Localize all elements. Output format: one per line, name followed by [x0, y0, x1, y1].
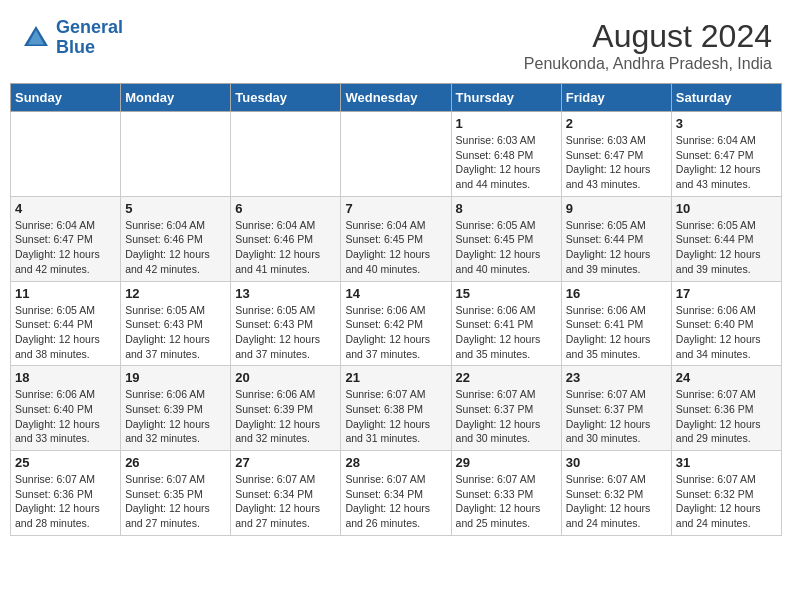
day-number: 1 — [456, 116, 557, 131]
calendar-cell — [121, 112, 231, 197]
calendar-cell: 12Sunrise: 6:05 AM Sunset: 6:43 PM Dayli… — [121, 281, 231, 366]
calendar-cell: 13Sunrise: 6:05 AM Sunset: 6:43 PM Dayli… — [231, 281, 341, 366]
day-content: Sunrise: 6:06 AM Sunset: 6:41 PM Dayligh… — [566, 303, 667, 362]
day-content: Sunrise: 6:05 AM Sunset: 6:44 PM Dayligh… — [676, 218, 777, 277]
day-content: Sunrise: 6:04 AM Sunset: 6:47 PM Dayligh… — [676, 133, 777, 192]
calendar-cell: 2Sunrise: 6:03 AM Sunset: 6:47 PM Daylig… — [561, 112, 671, 197]
day-number: 5 — [125, 201, 226, 216]
day-number: 27 — [235, 455, 336, 470]
calendar-cell: 27Sunrise: 6:07 AM Sunset: 6:34 PM Dayli… — [231, 451, 341, 536]
header: General Blue August 2024 Penukonda, Andh… — [10, 10, 782, 77]
calendar-cell: 20Sunrise: 6:06 AM Sunset: 6:39 PM Dayli… — [231, 366, 341, 451]
day-number: 11 — [15, 286, 116, 301]
calendar-cell: 21Sunrise: 6:07 AM Sunset: 6:38 PM Dayli… — [341, 366, 451, 451]
day-content: Sunrise: 6:07 AM Sunset: 6:36 PM Dayligh… — [676, 387, 777, 446]
day-content: Sunrise: 6:05 AM Sunset: 6:44 PM Dayligh… — [566, 218, 667, 277]
calendar-cell: 31Sunrise: 6:07 AM Sunset: 6:32 PM Dayli… — [671, 451, 781, 536]
day-content: Sunrise: 6:05 AM Sunset: 6:43 PM Dayligh… — [125, 303, 226, 362]
day-content: Sunrise: 6:06 AM Sunset: 6:41 PM Dayligh… — [456, 303, 557, 362]
calendar-week-row-1: 4Sunrise: 6:04 AM Sunset: 6:47 PM Daylig… — [11, 196, 782, 281]
calendar-cell — [341, 112, 451, 197]
calendar-cell: 1Sunrise: 6:03 AM Sunset: 6:48 PM Daylig… — [451, 112, 561, 197]
day-number: 4 — [15, 201, 116, 216]
calendar-cell: 25Sunrise: 6:07 AM Sunset: 6:36 PM Dayli… — [11, 451, 121, 536]
day-content: Sunrise: 6:06 AM Sunset: 6:40 PM Dayligh… — [15, 387, 116, 446]
calendar-week-row-2: 11Sunrise: 6:05 AM Sunset: 6:44 PM Dayli… — [11, 281, 782, 366]
calendar-cell: 6Sunrise: 6:04 AM Sunset: 6:46 PM Daylig… — [231, 196, 341, 281]
calendar-cell: 8Sunrise: 6:05 AM Sunset: 6:45 PM Daylig… — [451, 196, 561, 281]
calendar-cell: 24Sunrise: 6:07 AM Sunset: 6:36 PM Dayli… — [671, 366, 781, 451]
calendar-cell: 11Sunrise: 6:05 AM Sunset: 6:44 PM Dayli… — [11, 281, 121, 366]
calendar-week-row-0: 1Sunrise: 6:03 AM Sunset: 6:48 PM Daylig… — [11, 112, 782, 197]
day-number: 29 — [456, 455, 557, 470]
day-content: Sunrise: 6:05 AM Sunset: 6:43 PM Dayligh… — [235, 303, 336, 362]
day-content: Sunrise: 6:07 AM Sunset: 6:34 PM Dayligh… — [235, 472, 336, 531]
day-number: 25 — [15, 455, 116, 470]
calendar-cell: 28Sunrise: 6:07 AM Sunset: 6:34 PM Dayli… — [341, 451, 451, 536]
day-content: Sunrise: 6:06 AM Sunset: 6:39 PM Dayligh… — [235, 387, 336, 446]
day-number: 26 — [125, 455, 226, 470]
day-number: 30 — [566, 455, 667, 470]
calendar-cell: 18Sunrise: 6:06 AM Sunset: 6:40 PM Dayli… — [11, 366, 121, 451]
day-number: 2 — [566, 116, 667, 131]
day-number: 9 — [566, 201, 667, 216]
logo: General Blue — [20, 18, 123, 58]
calendar-day-header-wednesday: Wednesday — [341, 84, 451, 112]
calendar-cell: 30Sunrise: 6:07 AM Sunset: 6:32 PM Dayli… — [561, 451, 671, 536]
day-content: Sunrise: 6:07 AM Sunset: 6:32 PM Dayligh… — [566, 472, 667, 531]
day-number: 22 — [456, 370, 557, 385]
day-number: 31 — [676, 455, 777, 470]
calendar-cell: 26Sunrise: 6:07 AM Sunset: 6:35 PM Dayli… — [121, 451, 231, 536]
day-number: 10 — [676, 201, 777, 216]
day-content: Sunrise: 6:04 AM Sunset: 6:45 PM Dayligh… — [345, 218, 446, 277]
calendar-cell: 14Sunrise: 6:06 AM Sunset: 6:42 PM Dayli… — [341, 281, 451, 366]
day-number: 16 — [566, 286, 667, 301]
day-content: Sunrise: 6:07 AM Sunset: 6:38 PM Dayligh… — [345, 387, 446, 446]
calendar-day-header-monday: Monday — [121, 84, 231, 112]
logo-text: General Blue — [56, 18, 123, 58]
day-number: 19 — [125, 370, 226, 385]
day-number: 3 — [676, 116, 777, 131]
calendar-cell: 29Sunrise: 6:07 AM Sunset: 6:33 PM Dayli… — [451, 451, 561, 536]
day-number: 21 — [345, 370, 446, 385]
calendar-cell: 15Sunrise: 6:06 AM Sunset: 6:41 PM Dayli… — [451, 281, 561, 366]
calendar-cell: 5Sunrise: 6:04 AM Sunset: 6:46 PM Daylig… — [121, 196, 231, 281]
calendar-cell: 9Sunrise: 6:05 AM Sunset: 6:44 PM Daylig… — [561, 196, 671, 281]
day-number: 18 — [15, 370, 116, 385]
calendar-cell: 16Sunrise: 6:06 AM Sunset: 6:41 PM Dayli… — [561, 281, 671, 366]
day-content: Sunrise: 6:07 AM Sunset: 6:37 PM Dayligh… — [456, 387, 557, 446]
calendar-day-header-saturday: Saturday — [671, 84, 781, 112]
calendar-day-header-thursday: Thursday — [451, 84, 561, 112]
calendar-cell: 4Sunrise: 6:04 AM Sunset: 6:47 PM Daylig… — [11, 196, 121, 281]
day-content: Sunrise: 6:03 AM Sunset: 6:47 PM Dayligh… — [566, 133, 667, 192]
day-number: 6 — [235, 201, 336, 216]
day-content: Sunrise: 6:04 AM Sunset: 6:47 PM Dayligh… — [15, 218, 116, 277]
day-number: 14 — [345, 286, 446, 301]
day-number: 13 — [235, 286, 336, 301]
day-number: 28 — [345, 455, 446, 470]
calendar-header-row: SundayMondayTuesdayWednesdayThursdayFrid… — [11, 84, 782, 112]
calendar-day-header-sunday: Sunday — [11, 84, 121, 112]
day-content: Sunrise: 6:05 AM Sunset: 6:45 PM Dayligh… — [456, 218, 557, 277]
calendar-week-row-3: 18Sunrise: 6:06 AM Sunset: 6:40 PM Dayli… — [11, 366, 782, 451]
day-content: Sunrise: 6:07 AM Sunset: 6:37 PM Dayligh… — [566, 387, 667, 446]
calendar-cell: 23Sunrise: 6:07 AM Sunset: 6:37 PM Dayli… — [561, 366, 671, 451]
calendar-cell: 7Sunrise: 6:04 AM Sunset: 6:45 PM Daylig… — [341, 196, 451, 281]
day-content: Sunrise: 6:07 AM Sunset: 6:33 PM Dayligh… — [456, 472, 557, 531]
day-number: 17 — [676, 286, 777, 301]
calendar-table: SundayMondayTuesdayWednesdayThursdayFrid… — [10, 83, 782, 536]
day-content: Sunrise: 6:06 AM Sunset: 6:39 PM Dayligh… — [125, 387, 226, 446]
day-content: Sunrise: 6:04 AM Sunset: 6:46 PM Dayligh… — [125, 218, 226, 277]
calendar-day-header-friday: Friday — [561, 84, 671, 112]
title-area: August 2024 Penukonda, Andhra Pradesh, I… — [524, 18, 772, 73]
day-number: 12 — [125, 286, 226, 301]
day-content: Sunrise: 6:06 AM Sunset: 6:42 PM Dayligh… — [345, 303, 446, 362]
page-subtitle: Penukonda, Andhra Pradesh, India — [524, 55, 772, 73]
day-content: Sunrise: 6:06 AM Sunset: 6:40 PM Dayligh… — [676, 303, 777, 362]
day-content: Sunrise: 6:07 AM Sunset: 6:36 PM Dayligh… — [15, 472, 116, 531]
day-number: 23 — [566, 370, 667, 385]
day-content: Sunrise: 6:03 AM Sunset: 6:48 PM Dayligh… — [456, 133, 557, 192]
day-number: 20 — [235, 370, 336, 385]
calendar-cell — [11, 112, 121, 197]
calendar-day-header-tuesday: Tuesday — [231, 84, 341, 112]
